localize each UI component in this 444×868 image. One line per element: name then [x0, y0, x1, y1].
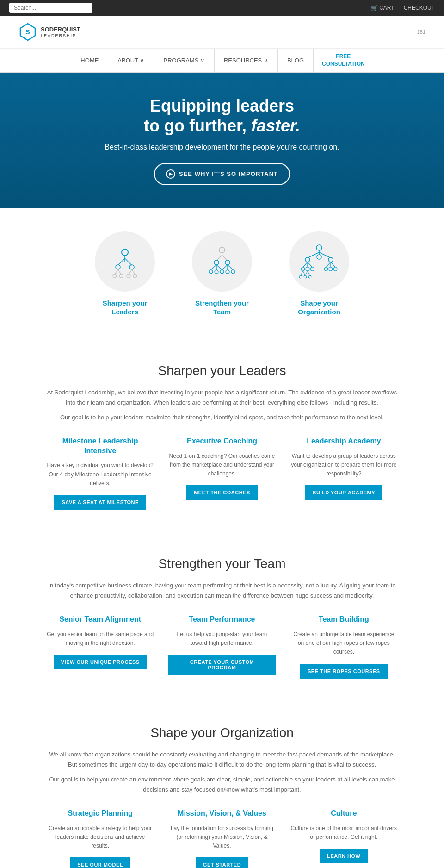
strengthen-col-2: Team Building Create an unforgettable te… — [290, 615, 398, 678]
sharpen-col-1-title: Executive Coaching — [168, 437, 276, 446]
cart-count: 181 — [417, 29, 426, 35]
sharpen-col-0-btn[interactable]: SAVE A SEAT AT MILESTONE — [54, 495, 146, 510]
svg-line-10 — [129, 269, 132, 275]
icon-sharpen-leaders[interactable]: Sharpen yourLeaders — [95, 231, 155, 317]
checkout-link[interactable]: CHECKOUT — [404, 5, 435, 11]
icons-section: Sharpen yourLeaders — [0, 208, 444, 340]
shape-org-icon — [289, 231, 349, 292]
shape-col-2-btn[interactable]: LEARN HOW — [320, 849, 368, 863]
nav-programs[interactable]: PROGRAMS ∨ — [154, 49, 214, 72]
shape-col-1-desc: Lay the foundation for success by formin… — [168, 824, 276, 851]
cart-label[interactable]: CART — [379, 5, 394, 11]
strengthen-col-0-desc: Get you senior team on the same page and… — [46, 630, 154, 648]
strengthen-col-1-btn[interactable]: CREATE YOUR CUSTOM PROGRAM — [168, 655, 276, 675]
svg-point-39 — [328, 257, 333, 262]
cart-link[interactable]: 🛒 CART — [371, 5, 395, 11]
sharpen-leaders-icon — [95, 231, 155, 292]
free-consultation-btn[interactable]: FREECONSULTATION — [314, 49, 373, 72]
sharpen-col-2-btn[interactable]: BUILD YOUR ACADEMY — [305, 485, 383, 500]
strengthen-col-0: Senior Team Alignment Get you senior tea… — [46, 615, 154, 678]
svg-point-32 — [231, 270, 235, 274]
sharpen-col-1-desc: Need 1-on-1 coaching? Our coaches come f… — [168, 452, 276, 479]
sharpen-col-2-desc: Want to develop a group of leaders acros… — [290, 452, 398, 479]
sharpen-col-0: Milestone Leadership Intensive Have a ke… — [46, 437, 154, 510]
svg-point-30 — [220, 270, 224, 274]
svg-point-47 — [306, 267, 309, 271]
strengthen-col-2-desc: Create an unforgettable team experience … — [290, 630, 398, 657]
nav-blog[interactable]: BLOG — [278, 49, 314, 72]
strengthen-title: Strengthen your Team — [46, 556, 398, 571]
svg-point-48 — [310, 267, 314, 271]
svg-line-9 — [118, 269, 121, 275]
svg-point-28 — [209, 270, 213, 274]
hero-subtitle: Best-in-class leadership development for… — [105, 143, 339, 151]
play-icon: ▶ — [166, 169, 175, 179]
svg-point-56 — [299, 275, 302, 278]
svg-point-21 — [225, 260, 230, 265]
svg-line-43 — [326, 262, 331, 267]
nav-about[interactable]: ABOUT ∨ — [108, 49, 154, 72]
shape-desc1: We all know that organizations should be… — [46, 749, 398, 770]
svg-line-5 — [125, 258, 132, 265]
svg-point-37 — [305, 257, 310, 262]
svg-point-20 — [214, 260, 219, 265]
shape-col-1-title: Mission, Vision, & Values — [168, 809, 276, 818]
svg-point-31 — [226, 270, 229, 274]
hero-section: Equipping leaders to go further, faster.… — [0, 73, 444, 208]
icon-shape-org[interactable]: Shape yourOrganization — [289, 231, 349, 317]
sharpen-col-0-desc: Have a key individual you want to develo… — [46, 461, 154, 488]
sharpen-col-1-btn[interactable]: MEET THE COACHES — [186, 485, 258, 500]
shape-col-2: Culture Culture is one of the most impor… — [290, 809, 398, 868]
svg-point-7 — [130, 265, 134, 269]
nav-resources[interactable]: RESOURCES ∨ — [215, 49, 278, 72]
strengthen-col-0-btn[interactable]: VIEW OUR UNIQUE PROCESS — [54, 655, 147, 669]
strengthen-col-1-title: Team Performance — [168, 615, 276, 624]
shape-col-0-btn[interactable]: SEE OUR MODEL — [70, 857, 130, 868]
svg-point-57 — [304, 275, 307, 278]
shape-org-label: Shape yourOrganization — [298, 299, 340, 317]
svg-line-55 — [308, 271, 310, 275]
svg-point-6 — [116, 265, 120, 269]
cart-icon: 🛒 — [371, 5, 378, 11]
icon-strengthen-team[interactable]: Strengthen yourTeam — [192, 231, 252, 317]
svg-point-50 — [329, 267, 333, 271]
shape-col-1: Mission, Vision, & Values Lay the founda… — [168, 809, 276, 868]
shape-desc2: Our goal is to help you create an enviro… — [46, 774, 398, 795]
strengthen-col-2-btn[interactable]: SEE THE ROPES COURSES — [300, 664, 388, 679]
svg-point-15 — [133, 274, 137, 278]
svg-point-12 — [113, 274, 117, 278]
svg-line-25 — [222, 265, 228, 270]
svg-text:S: S — [25, 28, 30, 36]
sharpen-cols: Milestone Leadership Intensive Have a ke… — [46, 437, 398, 510]
svg-line-53 — [303, 271, 305, 275]
logo-name: SODERQUIST — [41, 26, 80, 33]
strengthen-col-1: Team Performance Let us help you jump-st… — [168, 615, 276, 678]
svg-line-24 — [216, 265, 222, 270]
svg-line-40 — [303, 262, 308, 267]
svg-line-22 — [211, 265, 216, 270]
search-input[interactable] — [9, 3, 92, 13]
shape-col-1-btn[interactable]: GET STARTED — [196, 857, 248, 868]
shape-section: Shape your Organization We all know that… — [0, 702, 444, 868]
strengthen-col-1-desc: Let us help you jump-start your team tow… — [168, 630, 276, 648]
strengthen-col-2-title: Team Building — [290, 615, 398, 624]
nav-home[interactable]: HOME — [71, 49, 108, 72]
svg-point-46 — [301, 267, 305, 271]
logo-icon: S — [18, 23, 37, 41]
top-bar: 🛒 CART CHECKOUT — [0, 0, 444, 16]
svg-point-49 — [324, 267, 328, 271]
shape-col-0-title: Strategic Planning — [46, 809, 154, 818]
svg-point-58 — [308, 275, 311, 278]
hero-cta-btn[interactable]: ▶ SEE WHY IT'S SO IMPORTANT — [154, 163, 290, 185]
strengthen-team-icon — [192, 231, 252, 292]
strengthen-cols: Senior Team Alignment Get you senior tea… — [46, 615, 398, 678]
logo[interactable]: S SODERQUIST LEADERSHIP — [18, 23, 80, 41]
svg-line-4 — [118, 258, 125, 265]
strengthen-col-0-title: Senior Team Alignment — [46, 615, 154, 624]
sharpen-section: Sharpen your Leaders At Soderquist Leade… — [0, 340, 444, 533]
svg-line-19 — [222, 255, 228, 261]
logo-sub: LEADERSHIP — [41, 33, 80, 38]
svg-point-38 — [317, 255, 321, 259]
strengthen-desc1: In today's competitive business climate,… — [46, 581, 398, 601]
sharpen-col-2-title: Leadership Academy — [290, 437, 398, 446]
